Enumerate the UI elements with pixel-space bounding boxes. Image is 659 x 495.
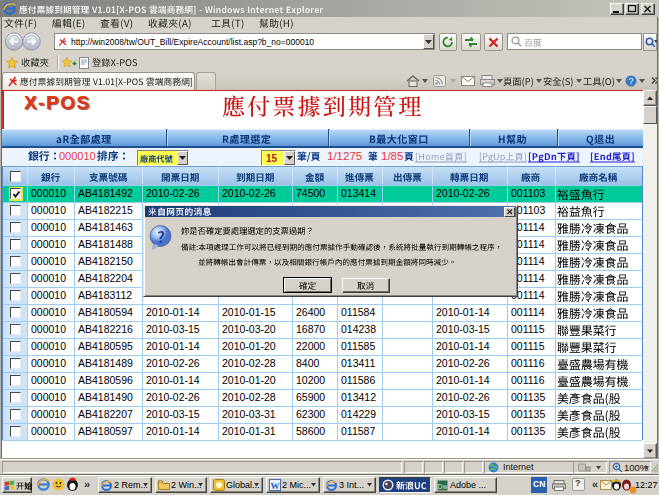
svg-text:?: ? [628,76,633,86]
svg-text:W: W [271,481,280,491]
svg-text:Dw: Dw [437,483,448,490]
